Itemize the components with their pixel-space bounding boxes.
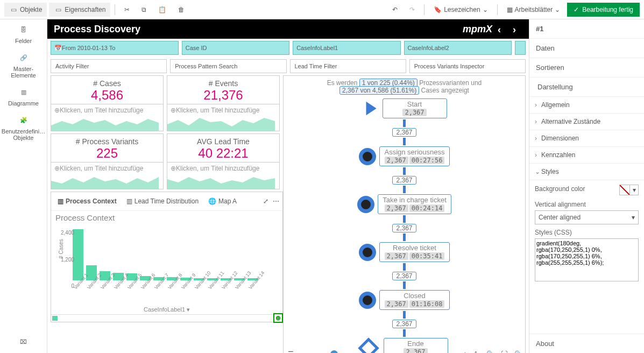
kpi-variants[interactable]: # Process Variants 225 xyxy=(51,133,164,163)
panel-altstates[interactable]: Alternative Zustände xyxy=(529,114,644,130)
logo: mpmX xyxy=(463,24,492,35)
valign-select[interactable]: Center aligned▾ xyxy=(535,210,639,224)
fields-nav[interactable]: 🗄Felder xyxy=(2,24,45,44)
activity-filter[interactable]: Activity Filter xyxy=(51,59,167,73)
kpi-events-trend[interactable]: ⊕Klicken, um Titel hinzuzufüge xyxy=(167,104,280,131)
fit-icon[interactable]: ⛶ xyxy=(499,349,509,353)
panel-data[interactable]: Daten xyxy=(529,39,644,58)
panel-measures[interactable]: Kennzahlen xyxy=(529,147,644,164)
plus-icon: ⊕ xyxy=(54,165,60,172)
minus-icon[interactable]: − xyxy=(314,349,323,353)
panel-about[interactable]: About xyxy=(529,334,644,353)
tab-leadtime-dist[interactable]: ▥Lead Time Distribution xyxy=(123,195,202,207)
start-node[interactable]: Start2,367 xyxy=(383,98,447,118)
context-chart[interactable]: # Cases 2,4001,2000 Variant 1Variant 2Va… xyxy=(51,224,282,305)
plus-icon: ⊕ xyxy=(54,107,60,114)
date-filter[interactable]: 📅 From 2010-01-13 To xyxy=(51,41,179,55)
prev-sheet-button[interactable]: ‹ xyxy=(498,24,507,34)
process-context-panel[interactable]: ▥Process Context ▥Lead Time Distribution… xyxy=(51,192,283,322)
cut-icon: ✂ xyxy=(124,6,130,13)
list-icon[interactable]: ☰ xyxy=(286,349,295,353)
custom-nav[interactable]: 🧩Benutzerdefini… Objekte xyxy=(2,114,45,141)
kpi-cases[interactable]: # Cases 4,586 xyxy=(51,75,164,104)
paste-icon: 📋 xyxy=(158,6,166,13)
copy-button[interactable]: ⧉ xyxy=(137,3,151,16)
objects-button[interactable]: ▭Objekte xyxy=(4,3,47,17)
top-toolbar: ▭Objekte ▭Eigenschaften ✂ ⧉ 📋 🗑 ↶ ↷ 🔖Les… xyxy=(0,0,644,19)
bar-chart-icon: ▥ xyxy=(18,86,30,98)
zoom-in-icon[interactable]: 🔍 xyxy=(485,349,495,353)
chart-add-button[interactable]: ⊕ xyxy=(273,313,283,323)
leadtime-filter[interactable]: Lead Time Filter xyxy=(290,59,406,73)
bgcolor-dropdown[interactable]: ▾ xyxy=(630,185,639,195)
bgcolor-swatch[interactable] xyxy=(619,185,630,195)
copy-icon: ⧉ xyxy=(141,6,146,13)
db-icon: 🗄 xyxy=(18,24,30,36)
tab-process-context[interactable]: ▥Process Context xyxy=(54,195,120,207)
next-sheet-button[interactable]: › xyxy=(513,24,522,34)
puzzle-icon: 🧩 xyxy=(18,114,30,126)
kpi-variants-trend[interactable]: ⊕Klicken, um Titel hinzuzufüge xyxy=(51,163,164,189)
process-graph[interactable]: Es werden 1 von 225 (0.44%) Prozessvaria… xyxy=(283,75,526,353)
redo-button[interactable]: ↷ xyxy=(405,3,420,16)
master-nav[interactable]: 🔗Master-Elemente xyxy=(2,52,45,79)
done-editing-button[interactable]: ✓Bearbeitung fertig xyxy=(567,3,640,17)
case-id-filter[interactable]: Case ID xyxy=(182,41,289,55)
chart-minimap[interactable]: ⊕ xyxy=(51,314,282,322)
panel-sort[interactable]: Sortieren xyxy=(529,58,644,77)
bgcolor-label: Background color xyxy=(535,185,585,193)
cut-button[interactable]: ✂ xyxy=(119,3,135,16)
bar-chart-icon: ▥ xyxy=(58,197,63,205)
chevron-down-icon: ⌄ xyxy=(555,6,560,13)
delete-button[interactable]: 🗑 xyxy=(173,3,189,16)
plus-icon: ⊕ xyxy=(171,165,176,172)
caseinfo2-filter[interactable]: CaseInfoLabel2 xyxy=(404,41,512,55)
node-closed[interactable]: Closed2,36701:16:08 xyxy=(379,290,450,310)
panel-dimensions[interactable]: Dimensionen xyxy=(529,130,644,147)
link-icon: 🔗 xyxy=(18,52,30,63)
undo-button[interactable]: ↶ xyxy=(387,3,402,16)
tab-map[interactable]: 🌐Map A xyxy=(205,195,240,207)
kpi-leadtime[interactable]: AVG Lead Time 40 22:21 xyxy=(167,133,280,163)
pattern-search[interactable]: Process Pattern Search xyxy=(170,59,286,73)
variants-inspector[interactable]: Process Variants Inspector xyxy=(409,59,526,73)
kpi-events[interactable]: # Events 21,376 xyxy=(167,75,280,104)
filter-more-dropdown[interactable] xyxy=(515,41,526,55)
node-resolve[interactable]: Resolve ticket2,36700:35:41 xyxy=(379,242,450,262)
sheets-icon: ▦ xyxy=(507,6,513,13)
var-icon: ⌧ xyxy=(18,336,30,348)
panel-styles[interactable]: Styles xyxy=(529,164,644,180)
worksheets-button[interactable]: ▦Arbeitsblätter ⌄ xyxy=(502,3,565,16)
node-take-charge[interactable]: Take in charge ticket2,36700:24:14 xyxy=(378,194,451,214)
kpi-leadtime-trend[interactable]: ⊕Klicken, um Titel hinzuzufüge xyxy=(167,163,280,189)
css-textarea[interactable] xyxy=(535,238,639,281)
left-nav: 🗄Felder 🔗Master-Elemente ▥Diagramme 🧩Ben… xyxy=(0,19,47,353)
y-axis: 2,4001,2000 xyxy=(61,230,74,289)
activity-node-icon xyxy=(359,148,376,165)
paste-button[interactable]: 📋 xyxy=(153,3,171,16)
properties-panel: #1 Daten Sortieren Darstellung Allgemein… xyxy=(529,19,644,353)
variables-nav[interactable]: ⌧ xyxy=(2,336,45,348)
panel-appearance[interactable]: Darstellung xyxy=(529,77,644,97)
activity-node-icon xyxy=(357,196,374,213)
panel-general[interactable]: Allgemein xyxy=(529,97,644,114)
calendar-icon: 📅 xyxy=(54,45,62,52)
node-assign[interactable]: Assign seriousness2,36700:27:56 xyxy=(379,146,450,166)
bar-chart-icon: ▥ xyxy=(126,197,132,205)
chevron-down-icon: ▾ xyxy=(632,214,635,221)
more-icon[interactable]: ⋯ xyxy=(273,197,279,205)
chart-title: Process Context xyxy=(51,211,282,224)
redo-icon: ↷ xyxy=(409,6,415,13)
separator xyxy=(424,4,424,15)
css-label: Styles (CSS) xyxy=(535,229,639,236)
chevron-down-icon: ⌄ xyxy=(483,6,488,13)
kpi-cases-trend[interactable]: ⊕Klicken, um Titel hinzuzufüge xyxy=(51,104,164,131)
caseinfo1-filter[interactable]: CaseInfoLabel1 xyxy=(293,41,400,55)
bookmarks-button[interactable]: 🔖Lesezeichen ⌄ xyxy=(429,3,492,16)
charts-nav[interactable]: ▥Diagramme xyxy=(2,86,45,107)
properties-button[interactable]: ▭Eigenschaften xyxy=(49,3,110,17)
plus-icon[interactable]: + xyxy=(460,349,470,353)
fullscreen-icon[interactable]: ⤢ xyxy=(263,197,268,205)
zoom-out-icon[interactable]: 🔍 xyxy=(513,349,523,353)
graph-icon[interactable]: ⚬←⚬ xyxy=(300,349,309,353)
